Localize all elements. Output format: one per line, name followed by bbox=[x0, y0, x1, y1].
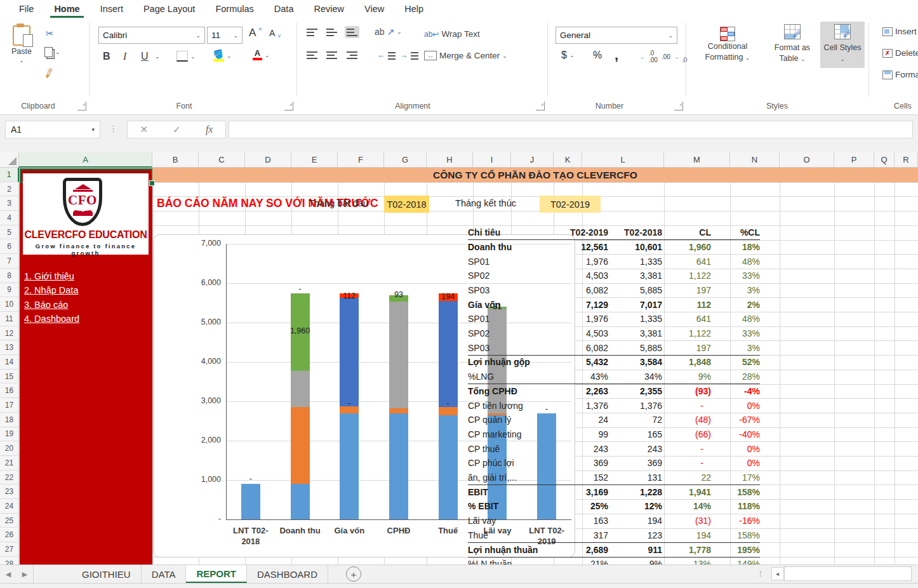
table-cell[interactable]: (93) bbox=[663, 384, 711, 398]
format-as-table-button[interactable]: 🖉 Format as Table ⌄ bbox=[764, 24, 820, 64]
new-sheet-button[interactable]: + bbox=[346, 566, 361, 582]
table-cell[interactable]: 163 bbox=[551, 514, 608, 528]
sidebar-link-3[interactable]: 3. Báo cáo bbox=[24, 300, 68, 310]
table-cell[interactable]: 0% bbox=[712, 398, 760, 413]
table-cell[interactable]: 911 bbox=[605, 542, 662, 557]
table-cell[interactable]: 33% bbox=[712, 326, 760, 341]
table-cell[interactable]: 4,503 bbox=[551, 326, 608, 341]
formula-input[interactable] bbox=[229, 121, 913, 138]
table-row-label[interactable]: CP quản lý bbox=[468, 413, 550, 427]
percent-style-button[interactable]: % bbox=[593, 50, 602, 61]
table-row-label[interactable]: %LNG bbox=[468, 370, 550, 384]
table-cell[interactable]: 1,122 bbox=[663, 269, 711, 283]
table-row-label[interactable]: SP02 bbox=[468, 269, 550, 283]
cell-styles-button[interactable]: 🖉 Cell Styles ⌄ bbox=[820, 22, 865, 68]
ribbon-tab-formulas[interactable]: Formulas bbox=[205, 1, 263, 17]
table-cell[interactable]: 195% bbox=[712, 542, 760, 557]
table-cell[interactable]: 10,601 bbox=[605, 239, 662, 254]
delete-cells-button[interactable]: ✗ Delete bbox=[882, 48, 918, 58]
table-cell[interactable]: 48% bbox=[712, 254, 760, 269]
borders-button[interactable]: ⌄ bbox=[176, 51, 196, 62]
number-format-select[interactable]: General⌄ bbox=[555, 27, 677, 44]
row-header-8[interactable]: 8 bbox=[0, 269, 19, 283]
increase-font-button[interactable]: A˄ bbox=[249, 27, 262, 39]
table-cell[interactable]: 152 bbox=[551, 471, 608, 485]
column-header-E[interactable]: E bbox=[291, 152, 338, 168]
row-header-11[interactable]: 11 bbox=[0, 312, 19, 326]
table-cell[interactable]: 1,848 bbox=[663, 355, 711, 370]
scroll-left-arrow[interactable]: ◂ bbox=[771, 567, 784, 580]
row-header-13[interactable]: 13 bbox=[0, 340, 19, 355]
table-cell[interactable]: 149% bbox=[712, 557, 760, 565]
row-header-15[interactable]: 15 bbox=[0, 370, 19, 384]
table-cell[interactable]: 13% bbox=[663, 557, 711, 565]
table-cell[interactable]: 158% bbox=[712, 484, 760, 499]
table-cell[interactable]: 194 bbox=[663, 528, 711, 542]
table-cell[interactable]: 22 bbox=[663, 471, 711, 485]
row-header-3[interactable]: 3 bbox=[0, 196, 19, 211]
sheet-tab-gioithieu[interactable]: GIOITHIEU bbox=[72, 565, 142, 583]
table-cell[interactable]: 369 bbox=[605, 456, 662, 471]
table-row-label[interactable]: Lợi nhuận gộp bbox=[468, 355, 550, 370]
table-cell[interactable]: 1,976 bbox=[551, 312, 608, 326]
table-row-label[interactable]: SP03 bbox=[468, 283, 550, 298]
font-name-select[interactable]: Calibri⌄ bbox=[98, 27, 205, 44]
table-cell[interactable]: 7,129 bbox=[551, 297, 608, 312]
sheet-canvas[interactable]: CÔNG TY CỔ PHẦN ĐÀO TẠO CLEVERCFO BÁO CÁ… bbox=[19, 168, 918, 565]
table-cell[interactable]: 34% bbox=[605, 370, 662, 384]
column-header-F[interactable]: F bbox=[338, 152, 384, 168]
row-header-5[interactable]: 5 bbox=[0, 225, 19, 240]
end-month-value[interactable]: T02-2019 bbox=[540, 196, 601, 213]
row-header-16[interactable]: 16 bbox=[0, 384, 19, 399]
align-middle-button[interactable] bbox=[326, 28, 337, 36]
table-cell[interactable]: 0% bbox=[712, 456, 760, 471]
decrease-font-button[interactable]: A˅ bbox=[269, 28, 281, 38]
table-cell[interactable]: 118% bbox=[712, 499, 760, 514]
column-header-G[interactable]: G bbox=[384, 152, 427, 168]
table-row-label[interactable]: SP01 bbox=[468, 254, 550, 269]
column-header-A[interactable]: A bbox=[19, 152, 152, 168]
row-header-1[interactable]: 1 bbox=[0, 168, 19, 182]
table-row-label[interactable]: %LN thuần bbox=[468, 557, 550, 565]
sheet-tab-data[interactable]: DATA bbox=[142, 565, 187, 583]
horizontal-scrollbar[interactable]: ⁞ ◂ bbox=[759, 567, 912, 580]
row-header-26[interactable]: 26 bbox=[0, 528, 19, 543]
select-all-corner[interactable] bbox=[0, 152, 19, 168]
accounting-format-button[interactable]: $⌄ bbox=[561, 50, 574, 61]
table-cell[interactable]: 9% bbox=[605, 557, 662, 565]
table-cell[interactable]: 4,503 bbox=[551, 269, 608, 283]
table-cell[interactable]: 3% bbox=[712, 283, 760, 298]
row-header-27[interactable]: 27 bbox=[0, 542, 19, 557]
fill-color-button[interactable]: 🪣 ⌄ bbox=[213, 50, 232, 62]
align-right-button[interactable] bbox=[347, 51, 357, 59]
table-cell[interactable]: 3,169 bbox=[551, 484, 608, 499]
table-cell[interactable]: 52% bbox=[712, 355, 760, 370]
cancel-icon[interactable]: ✕ bbox=[140, 124, 149, 135]
underline-options[interactable]: ⌄ bbox=[155, 53, 160, 60]
table-row-label[interactable]: Thuế bbox=[468, 528, 550, 542]
sheet-tab-dashboard[interactable]: DASHBOARD bbox=[247, 565, 328, 583]
ribbon-tab-review[interactable]: Review bbox=[303, 1, 354, 17]
row-header-6[interactable]: 6 bbox=[0, 240, 19, 255]
ribbon-tab-file[interactable]: File bbox=[9, 1, 44, 17]
decrease-indent-button[interactable]: ← bbox=[377, 51, 396, 60]
sidebar-red-column[interactable]: CFO CLEVERCFO EDUCATION Grow finance to … bbox=[20, 168, 152, 565]
column-header-I[interactable]: I bbox=[473, 152, 511, 168]
column-header-K[interactable]: K bbox=[554, 152, 582, 168]
ribbon-tab-insert[interactable]: Insert bbox=[90, 1, 133, 17]
table-cell[interactable]: 369 bbox=[551, 456, 608, 471]
company-banner[interactable]: CÔNG TY CỔ PHẦN ĐÀO TẠO CLEVERCFO bbox=[152, 168, 918, 182]
table-cell[interactable]: 123 bbox=[605, 528, 662, 542]
table-row-label[interactable]: SP01 bbox=[468, 312, 550, 326]
table-cell[interactable]: 7,017 bbox=[605, 297, 662, 312]
start-month-label[interactable]: Tháng bắt đầu bbox=[297, 198, 380, 208]
table-cell[interactable]: 6,082 bbox=[551, 283, 608, 298]
table-cell[interactable]: 3,584 bbox=[605, 355, 662, 370]
conditional-formatting-button[interactable]: Conditional Formatting ⌄ bbox=[696, 24, 759, 63]
row-header-19[interactable]: 19 bbox=[0, 427, 19, 442]
row-header-12[interactable]: 12 bbox=[0, 326, 19, 341]
table-cell[interactable]: 112 bbox=[663, 297, 711, 312]
column-header-N[interactable]: N bbox=[730, 152, 780, 168]
table-cell[interactable]: 14% bbox=[663, 499, 711, 514]
fill-handle[interactable] bbox=[149, 180, 155, 186]
